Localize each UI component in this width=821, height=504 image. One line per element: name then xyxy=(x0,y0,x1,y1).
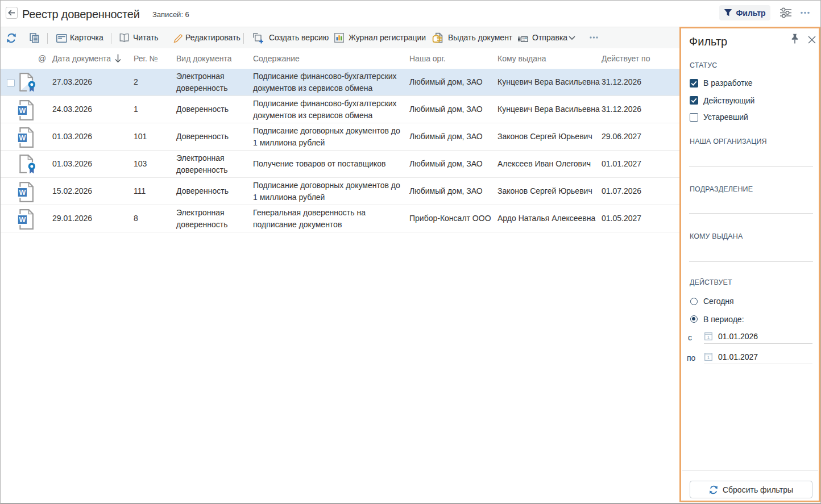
svg-text:W: W xyxy=(19,189,26,197)
svg-text:W: W xyxy=(19,134,26,142)
svg-text:1: 1 xyxy=(707,355,710,360)
svg-text:1: 1 xyxy=(707,335,710,340)
svg-text:W: W xyxy=(19,107,26,115)
svg-text:W: W xyxy=(19,216,26,224)
